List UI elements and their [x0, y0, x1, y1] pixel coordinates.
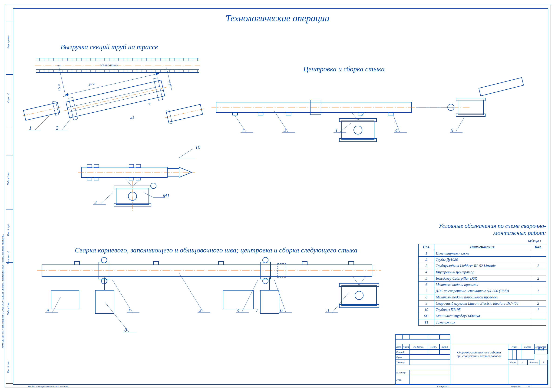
- trench-axis-label: ось траншеи: [100, 63, 118, 67]
- svg-rect-98: [51, 290, 79, 309]
- svg-rect-87: [153, 262, 159, 265]
- co-s3-4: 4: [237, 307, 240, 313]
- co-mid-10: 10: [195, 144, 200, 150]
- svg-line-110: [52, 297, 60, 312]
- footer-nc: Не для коммерческого использования: [28, 385, 68, 388]
- svg-rect-68: [458, 100, 483, 115]
- svg-rect-70: [456, 114, 485, 117]
- title-block: Изм. Лист № докум. Подп. Дата Разраб. Пр…: [395, 344, 548, 384]
- svg-rect-73: [479, 78, 524, 96]
- footer-copy: Копировал: [437, 385, 448, 388]
- side-kompas: КОМПАС-3D v20 Учебная версия © 2021 ООО …: [1, 139, 4, 348]
- co-mid-3: 3: [94, 199, 97, 205]
- legend-col-pos: Поз.: [419, 244, 434, 250]
- co-s3-6: 6: [280, 307, 283, 313]
- svg-line-82: [455, 116, 465, 132]
- svg-rect-64: [339, 138, 377, 142]
- co-s3-2: 2: [199, 307, 201, 313]
- table-row: 6Механизм подачи проволки: [419, 282, 546, 288]
- co-s2-4: 4: [395, 127, 398, 133]
- svg-rect-106: [339, 305, 379, 308]
- co-s2-2: 2: [284, 127, 286, 133]
- table-row: М1Машинист турбоукладчика: [419, 313, 546, 319]
- svg-rect-63: [339, 118, 377, 122]
- drawing-sheet: Технологические операции Выгрузка секций…: [0, 0, 555, 392]
- diagrams-svg: [0, 0, 555, 392]
- side-inv: Инв. № подл.: [7, 360, 9, 373]
- co-mid-m1: М1: [163, 193, 169, 199]
- co-s2-3: 3: [335, 127, 337, 133]
- svg-rect-89: [302, 262, 307, 265]
- table-row: 8Механизм подачи порошковой проволки: [419, 294, 546, 300]
- co-s1-2: 2: [56, 125, 58, 131]
- svg-line-14: [66, 74, 158, 95]
- table-row: 3Трубоукладчик Liebherr RL 52 Litronic2: [419, 263, 546, 269]
- svg-point-47: [151, 183, 156, 189]
- legend-heading: Условные обозначения по схеме сварочно-м…: [417, 222, 546, 236]
- table-row: 10Трубовоз ПВ-951: [419, 307, 546, 313]
- co-s3-3: 3: [327, 307, 329, 313]
- co-s3-9: 9: [46, 307, 49, 313]
- svg-line-108: [352, 276, 359, 285]
- svg-rect-104: [342, 286, 377, 305]
- rev-table: [395, 335, 450, 344]
- co-s1-1: 1: [29, 125, 32, 131]
- svg-line-74: [234, 114, 246, 132]
- svg-line-10: [68, 90, 163, 112]
- svg-rect-69: [456, 98, 485, 101]
- table-row: 5Бульдозер Caterpillar D6R2: [419, 275, 546, 282]
- legend-col-qty: Кол.: [530, 244, 546, 250]
- side-dubl: Инв. № дубл.: [7, 223, 9, 236]
- svg-rect-62: [342, 121, 374, 139]
- svg-rect-86: [74, 262, 80, 265]
- footer-a0: А0: [528, 385, 530, 388]
- svg-point-65: [354, 126, 362, 134]
- svg-rect-88: [219, 262, 224, 265]
- svg-point-107: [355, 291, 363, 299]
- legend-col-name: Наименования: [434, 244, 530, 250]
- svg-line-21: [35, 116, 49, 130]
- table-row: 1Инвентарные лежки: [419, 250, 546, 257]
- svg-line-17: [22, 107, 61, 116]
- table-row: 7ДЭС со сварочным источником АД-300 (ЯМЗ…: [419, 288, 546, 294]
- svg-line-20: [165, 109, 204, 118]
- svg-rect-101: [223, 290, 253, 309]
- table-row: 9Сварочный агрегат Lincoln Electric Idea…: [419, 300, 546, 307]
- side-podp: Подп. и дата: [7, 302, 9, 315]
- table-row: Т1Такелажник: [419, 319, 546, 326]
- side-sprav: Справ. №: [7, 93, 9, 103]
- co-s3-7: 7: [256, 307, 258, 313]
- svg-rect-1: [36, 58, 199, 61]
- legend-table-label: Таблица 1: [528, 239, 541, 243]
- svg-rect-90: [349, 262, 354, 265]
- svg-line-109: [359, 276, 366, 285]
- table-row: 4Внутренний центратор: [419, 269, 546, 275]
- svg-line-78: [339, 123, 351, 132]
- svg-line-66: [351, 112, 358, 120]
- legend-table: Поз. Наименования Кол. 1Инвентарные лежк…: [418, 244, 546, 326]
- table-row: 2Трубы Ду1020: [419, 257, 546, 263]
- svg-rect-105: [339, 283, 379, 286]
- co-s2-5: 5: [451, 127, 453, 133]
- co-s3-8: 8: [124, 327, 127, 333]
- svg-line-50: [100, 193, 113, 204]
- svg-line-114: [179, 273, 203, 312]
- svg-line-120: [332, 292, 349, 312]
- co-s3-1: 1: [128, 307, 130, 313]
- co-s2-1: 1: [242, 127, 244, 133]
- tb-title: Сварочно-монтажные работы при сооружении…: [450, 344, 508, 365]
- side-perv: Перв. примен.: [7, 35, 9, 49]
- svg-rect-4: [36, 70, 199, 72]
- side-podp2: Подп. и дата: [7, 172, 9, 185]
- svg-line-67: [358, 112, 365, 120]
- side-vzam: Взам. инв. №: [7, 251, 9, 264]
- footer-fmt: Формат: [511, 385, 521, 388]
- svg-rect-102: [260, 290, 279, 314]
- svg-line-23: [62, 114, 74, 130]
- svg-line-48: [179, 149, 193, 158]
